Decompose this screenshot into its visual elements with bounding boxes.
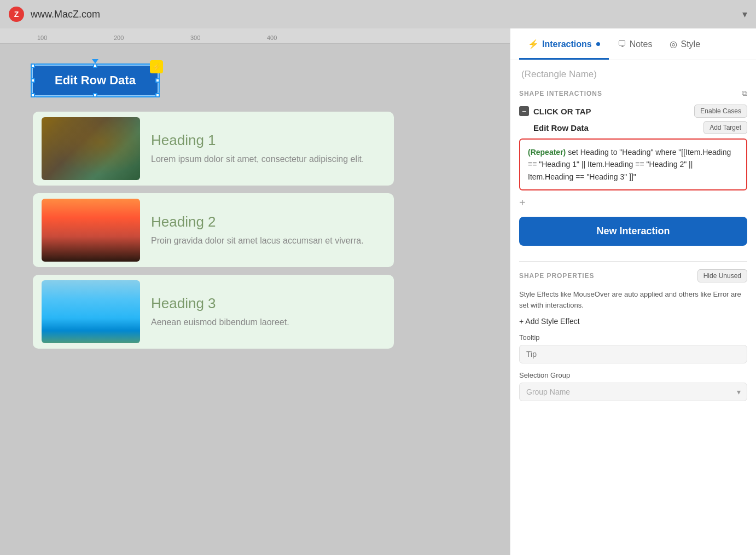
interaction-trigger-row: − CLICK OR TAP Enable Cases — [519, 105, 747, 118]
panel-tabs: ⚡ Interactions 🗨 Notes ◎ Style — [510, 28, 756, 60]
shape-properties-title: SHAPE PROPERTIES — [519, 272, 594, 280]
right-panel: ⚡ Interactions 🗨 Notes ◎ Style (Rectangl… — [510, 28, 756, 555]
ruler-mark-300: 300 — [190, 34, 200, 41]
list-cards: Heading 1 Lorem ipsum dolor sit amet, co… — [33, 112, 394, 349]
trigger-label: CLICK OR TAP — [533, 107, 591, 116]
tab-notes-label: Notes — [630, 39, 653, 49]
selection-group-wrapper: Group Name ▾ — [519, 383, 747, 401]
sel-dot-bl — [31, 93, 35, 97]
sel-dot-br — [155, 93, 160, 97]
ruler-mark-100: 100 — [37, 34, 47, 41]
add-action-button[interactable]: + — [519, 197, 526, 208]
card-heading-2: Heading 2 — [151, 213, 364, 230]
selection-group-label: Selection Group — [519, 371, 747, 379]
list-item: Heading 2 Proin gravida dolor sit amet l… — [33, 193, 394, 267]
action-box[interactable]: (Repeater) set Heading to "Heading" wher… — [519, 138, 747, 190]
card-body-3: Aenean euismod bibendum laoreet. — [151, 316, 289, 328]
ruler: 100 200 300 400 — [0, 28, 510, 44]
edit-row-data-button[interactable]: Edit Row Data — [33, 66, 158, 95]
tooltip-label: Tooltip — [519, 333, 747, 342]
trigger-left: − CLICK OR TAP — [519, 106, 591, 116]
card-text-2: Heading 2 Proin gravida dolor sit amet l… — [151, 213, 364, 247]
enable-cases-button[interactable]: Enable Cases — [694, 105, 747, 118]
shape-properties-section: SHAPE PROPERTIES Hide Unused Style Effec… — [519, 269, 747, 401]
add-style-effect-link[interactable]: + Add Style Effect — [519, 317, 747, 326]
canvas-content: ⚡ Edit Row Data Heading 1 Lorem ipsum do… — [0, 44, 510, 360]
browser-chevron-icon[interactable]: ▾ — [742, 8, 747, 20]
card-text-1: Heading 1 Lorem ipsum dolor sit amet, co… — [151, 132, 364, 165]
tab-interactions[interactable]: ⚡ Interactions — [519, 28, 609, 60]
card-image-3 — [42, 280, 140, 343]
sel-dot-tl — [31, 63, 35, 68]
browser-url: www.MacZ.com — [31, 9, 100, 20]
target-name: Edit Row Data — [533, 123, 589, 132]
style-effects-description: Style Effects like MouseOver are auto ap… — [519, 289, 747, 310]
main-layout: 100 200 300 400 ⚡ — [0, 28, 756, 555]
card-image-2 — [42, 199, 140, 262]
new-interaction-button[interactable]: New Interaction — [519, 217, 747, 246]
shape-properties-header: SHAPE PROPERTIES Hide Unused — [519, 269, 747, 282]
collapse-button[interactable]: − — [519, 106, 529, 116]
target-row: Edit Row Data Add Target — [519, 121, 747, 134]
card-body-1: Lorem ipsum dolor sit amet, consectetur … — [151, 153, 364, 165]
tab-style-label: Style — [681, 39, 700, 49]
tab-style[interactable]: ◎ Style — [661, 28, 709, 60]
panel-divider — [519, 261, 747, 262]
browser-favicon: Z — [9, 7, 24, 22]
edit-row-btn-wrapper: ⚡ Edit Row Data — [33, 66, 158, 95]
list-item: Heading 3 Aenean euismod bibendum laoree… — [33, 275, 394, 349]
interaction-block: − CLICK OR TAP Enable Cases Edit Row Dat… — [519, 105, 747, 208]
tooltip-input[interactable] — [519, 345, 747, 363]
shape-name: (Rectangle Name) — [519, 69, 747, 80]
canvas-area: 100 200 300 400 ⚡ — [0, 28, 510, 555]
add-target-button[interactable]: Add Target — [703, 121, 747, 134]
tab-interactions-label: Interactions — [542, 39, 592, 49]
card-text-3: Heading 3 Aenean euismod bibendum laoree… — [151, 295, 289, 328]
tab-dot — [596, 42, 600, 46]
selection-handle-top — [92, 59, 98, 63]
ruler-mark-400: 400 — [267, 34, 277, 41]
tab-notes[interactable]: 🗨 Notes — [609, 28, 661, 60]
sel-dot-bc — [93, 93, 97, 97]
list-item: Heading 1 Lorem ipsum dolor sit amet, co… — [33, 112, 394, 186]
ruler-mark-200: 200 — [114, 34, 124, 41]
shape-interactions-header: SHAPE INTERACTIONS ⧉ — [519, 89, 747, 98]
style-icon: ◎ — [670, 39, 677, 49]
sel-dot-ml — [31, 78, 35, 83]
card-heading-1: Heading 1 — [151, 132, 364, 149]
sel-dot-mr — [155, 78, 160, 83]
lightning-badge: ⚡ — [150, 60, 163, 73]
interactions-icon: ⚡ — [528, 39, 539, 49]
card-heading-3: Heading 3 — [151, 295, 289, 312]
card-image-1 — [42, 117, 140, 180]
card-body-2: Proin gravida dolor sit amet lacus accum… — [151, 235, 364, 247]
browser-bar: Z www.MacZ.com ▾ — [0, 0, 756, 28]
shape-interactions-title: SHAPE INTERACTIONS — [519, 90, 602, 97]
export-icon[interactable]: ⧉ — [742, 89, 747, 98]
panel-content: (Rectangle Name) SHAPE INTERACTIONS ⧉ − … — [510, 60, 756, 555]
add-action-row: + — [519, 197, 747, 208]
selection-group-select[interactable]: Group Name — [519, 383, 747, 401]
notes-icon: 🗨 — [618, 39, 626, 49]
sel-dot-tc — [93, 63, 97, 68]
repeater-keyword: (Repeater) — [528, 148, 566, 157]
hide-unused-button[interactable]: Hide Unused — [697, 269, 747, 282]
